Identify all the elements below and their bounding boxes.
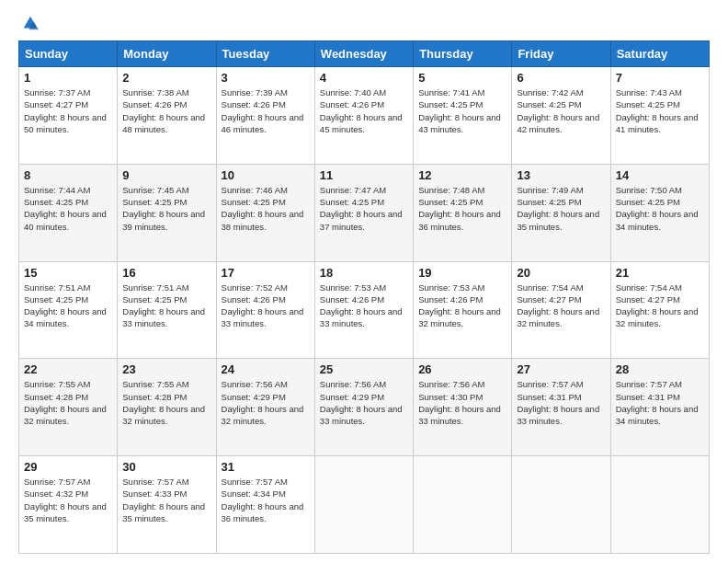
- day-number: 23: [122, 362, 210, 376]
- day-number: 12: [418, 168, 506, 182]
- calendar-cell: 7Sunrise: 7:43 AMSunset: 4:25 PMDaylight…: [610, 67, 709, 165]
- day-info: Sunrise: 7:37 AMSunset: 4:27 PMDaylight:…: [24, 86, 112, 135]
- header: [18, 15, 710, 31]
- day-info: Sunrise: 7:41 AMSunset: 4:25 PMDaylight:…: [418, 86, 506, 135]
- calendar-cell: 31Sunrise: 7:57 AMSunset: 4:34 PMDayligh…: [216, 456, 314, 554]
- day-info: Sunrise: 7:57 AMSunset: 4:34 PMDaylight:…: [222, 476, 310, 524]
- calendar-cell: 25Sunrise: 7:56 AMSunset: 4:29 PMDayligh…: [314, 359, 413, 456]
- calendar-week-row: 8Sunrise: 7:44 AMSunset: 4:25 PMDaylight…: [19, 164, 710, 261]
- day-info: Sunrise: 7:54 AMSunset: 4:27 PMDaylight:…: [616, 282, 704, 330]
- day-number: 5: [418, 71, 506, 85]
- day-info: Sunrise: 7:52 AMSunset: 4:26 PMDaylight:…: [222, 282, 310, 330]
- day-info: Sunrise: 7:57 AMSunset: 4:31 PMDaylight:…: [517, 378, 605, 427]
- calendar-cell: 2Sunrise: 7:38 AMSunset: 4:26 PMDaylight…: [118, 67, 216, 165]
- day-info: Sunrise: 7:40 AMSunset: 4:26 PMDaylight:…: [320, 86, 408, 135]
- day-number: 11: [320, 168, 408, 182]
- day-info: Sunrise: 7:48 AMSunset: 4:25 PMDaylight:…: [418, 184, 506, 233]
- calendar-cell: 15Sunrise: 7:51 AMSunset: 4:25 PMDayligh…: [19, 261, 118, 359]
- day-number: 30: [122, 460, 210, 474]
- calendar-cell: 27Sunrise: 7:57 AMSunset: 4:31 PMDayligh…: [512, 359, 610, 456]
- day-number: 14: [616, 168, 704, 182]
- day-number: 21: [616, 266, 704, 280]
- calendar-week-row: 15Sunrise: 7:51 AMSunset: 4:25 PMDayligh…: [19, 261, 710, 359]
- calendar-week-row: 22Sunrise: 7:55 AMSunset: 4:28 PMDayligh…: [19, 359, 710, 456]
- day-number: 18: [320, 266, 408, 280]
- day-info: Sunrise: 7:39 AMSunset: 4:26 PMDaylight:…: [222, 86, 310, 135]
- day-number: 22: [24, 362, 112, 376]
- calendar-cell: 14Sunrise: 7:50 AMSunset: 4:25 PMDayligh…: [610, 164, 709, 261]
- logo-icon: [22, 15, 39, 31]
- calendar-cell: 5Sunrise: 7:41 AMSunset: 4:25 PMDaylight…: [414, 67, 512, 165]
- calendar-cell: 12Sunrise: 7:48 AMSunset: 4:25 PMDayligh…: [414, 164, 512, 261]
- calendar-cell: 26Sunrise: 7:56 AMSunset: 4:30 PMDayligh…: [414, 359, 512, 456]
- calendar-header-saturday: Saturday: [610, 41, 709, 67]
- day-number: 28: [616, 362, 704, 376]
- day-info: Sunrise: 7:57 AMSunset: 4:31 PMDaylight:…: [616, 378, 704, 427]
- day-info: Sunrise: 7:53 AMSunset: 4:26 PMDaylight:…: [418, 282, 506, 330]
- day-info: Sunrise: 7:57 AMSunset: 4:33 PMDaylight:…: [122, 476, 210, 524]
- calendar-cell: 4Sunrise: 7:40 AMSunset: 4:26 PMDaylight…: [314, 67, 413, 165]
- page: SundayMondayTuesdayWednesdayThursdayFrid…: [0, 0, 728, 563]
- day-info: Sunrise: 7:56 AMSunset: 4:29 PMDaylight:…: [222, 378, 310, 427]
- calendar-cell: 24Sunrise: 7:56 AMSunset: 4:29 PMDayligh…: [216, 359, 314, 456]
- day-number: 6: [517, 71, 605, 85]
- day-info: Sunrise: 7:47 AMSunset: 4:25 PMDaylight:…: [320, 184, 408, 233]
- calendar-cell: 28Sunrise: 7:57 AMSunset: 4:31 PMDayligh…: [610, 359, 709, 456]
- day-number: 27: [517, 362, 605, 376]
- day-number: 1: [24, 71, 112, 85]
- calendar-cell: [314, 456, 413, 554]
- calendar-week-row: 1Sunrise: 7:37 AMSunset: 4:27 PMDaylight…: [19, 67, 710, 165]
- day-number: 26: [418, 362, 506, 376]
- day-info: Sunrise: 7:42 AMSunset: 4:25 PMDaylight:…: [517, 86, 605, 135]
- calendar-header-thursday: Thursday: [414, 41, 512, 67]
- day-info: Sunrise: 7:38 AMSunset: 4:26 PMDaylight:…: [122, 86, 210, 135]
- day-info: Sunrise: 7:50 AMSunset: 4:25 PMDaylight:…: [616, 184, 704, 233]
- calendar-cell: 23Sunrise: 7:55 AMSunset: 4:28 PMDayligh…: [118, 359, 216, 456]
- day-info: Sunrise: 7:56 AMSunset: 4:30 PMDaylight:…: [418, 378, 506, 427]
- calendar-table: SundayMondayTuesdayWednesdayThursdayFrid…: [18, 40, 710, 554]
- day-number: 9: [122, 168, 210, 182]
- day-number: 2: [122, 71, 210, 85]
- day-info: Sunrise: 7:51 AMSunset: 4:25 PMDaylight:…: [122, 282, 210, 330]
- calendar-cell: 21Sunrise: 7:54 AMSunset: 4:27 PMDayligh…: [610, 261, 709, 359]
- calendar-header-wednesday: Wednesday: [314, 41, 413, 67]
- day-number: 13: [517, 168, 605, 182]
- calendar-header-monday: Monday: [118, 41, 216, 67]
- calendar-cell: 10Sunrise: 7:46 AMSunset: 4:25 PMDayligh…: [216, 164, 314, 261]
- calendar-cell: 22Sunrise: 7:55 AMSunset: 4:28 PMDayligh…: [19, 359, 118, 456]
- calendar-cell: 30Sunrise: 7:57 AMSunset: 4:33 PMDayligh…: [118, 456, 216, 554]
- day-info: Sunrise: 7:56 AMSunset: 4:29 PMDaylight:…: [320, 378, 408, 427]
- day-number: 16: [122, 266, 210, 280]
- day-number: 20: [517, 266, 605, 280]
- calendar-cell: 20Sunrise: 7:54 AMSunset: 4:27 PMDayligh…: [512, 261, 610, 359]
- day-info: Sunrise: 7:44 AMSunset: 4:25 PMDaylight:…: [24, 184, 112, 233]
- calendar-cell: 18Sunrise: 7:53 AMSunset: 4:26 PMDayligh…: [314, 261, 413, 359]
- calendar-cell: 9Sunrise: 7:45 AMSunset: 4:25 PMDaylight…: [118, 164, 216, 261]
- day-number: 8: [24, 168, 112, 182]
- calendar-cell: [610, 456, 709, 554]
- calendar-cell: 29Sunrise: 7:57 AMSunset: 4:32 PMDayligh…: [19, 456, 118, 554]
- calendar-header-sunday: Sunday: [19, 41, 118, 67]
- calendar-header-row: SundayMondayTuesdayWednesdayThursdayFrid…: [19, 41, 710, 67]
- calendar-cell: [512, 456, 610, 554]
- day-info: Sunrise: 7:54 AMSunset: 4:27 PMDaylight:…: [517, 282, 605, 330]
- day-number: 24: [222, 362, 310, 376]
- day-info: Sunrise: 7:55 AMSunset: 4:28 PMDaylight:…: [122, 378, 210, 427]
- calendar-cell: 17Sunrise: 7:52 AMSunset: 4:26 PMDayligh…: [216, 261, 314, 359]
- day-info: Sunrise: 7:46 AMSunset: 4:25 PMDaylight:…: [222, 184, 310, 233]
- day-info: Sunrise: 7:53 AMSunset: 4:26 PMDaylight:…: [320, 282, 408, 330]
- calendar-header-tuesday: Tuesday: [216, 41, 314, 67]
- day-number: 3: [222, 71, 310, 85]
- day-info: Sunrise: 7:57 AMSunset: 4:32 PMDaylight:…: [24, 476, 112, 524]
- calendar-cell: 6Sunrise: 7:42 AMSunset: 4:25 PMDaylight…: [512, 67, 610, 165]
- day-number: 25: [320, 362, 408, 376]
- day-info: Sunrise: 7:45 AMSunset: 4:25 PMDaylight:…: [122, 184, 210, 233]
- day-number: 29: [24, 460, 112, 474]
- day-number: 17: [222, 266, 310, 280]
- day-info: Sunrise: 7:51 AMSunset: 4:25 PMDaylight:…: [24, 282, 112, 330]
- day-number: 19: [418, 266, 506, 280]
- calendar-cell: [414, 456, 512, 554]
- calendar-cell: 3Sunrise: 7:39 AMSunset: 4:26 PMDaylight…: [216, 67, 314, 165]
- calendar-cell: 11Sunrise: 7:47 AMSunset: 4:25 PMDayligh…: [314, 164, 413, 261]
- calendar-cell: 19Sunrise: 7:53 AMSunset: 4:26 PMDayligh…: [414, 261, 512, 359]
